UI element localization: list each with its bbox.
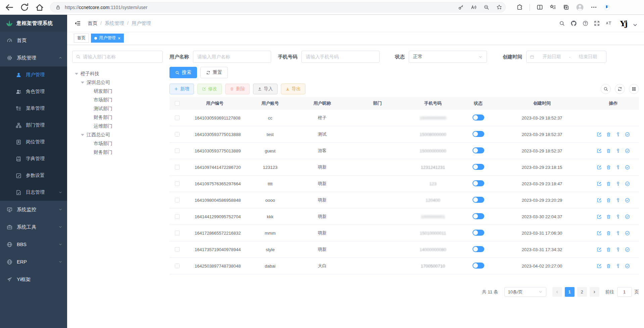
row-assign-role-icon[interactable] — [625, 198, 630, 203]
browser-back-icon[interactable] — [5, 3, 14, 12]
row-checkbox[interactable] — [175, 148, 180, 153]
sidebar-item-日志管理[interactable]: 日志管理 — [0, 184, 67, 201]
status-toggle[interactable] — [473, 213, 484, 219]
breadcrumb-system[interactable]: 系统管理 — [105, 20, 124, 27]
favorites-icon[interactable] — [550, 4, 556, 10]
row-reset-password-icon[interactable] — [615, 198, 621, 203]
page-size-select[interactable]: 10条/页 — [504, 287, 546, 297]
row-edit-icon[interactable] — [597, 132, 602, 137]
row-reset-password-icon[interactable] — [615, 165, 621, 170]
breadcrumb-home[interactable]: 首页 — [88, 20, 97, 27]
export-button[interactable]: 导出 — [281, 84, 305, 94]
extensions-icon[interactable] — [516, 4, 523, 10]
tree-node-研发部门[interactable]: 研发部门 — [72, 87, 163, 96]
tree-node-橙子科技[interactable]: 橙子科技 — [72, 69, 163, 78]
row-edit-icon[interactable] — [597, 231, 602, 236]
row-checkbox[interactable] — [175, 165, 180, 170]
sidebar-item-用户管理[interactable]: 用户管理 — [0, 66, 67, 83]
edit-button[interactable]: 修改 — [197, 84, 222, 94]
row-reset-password-icon[interactable] — [615, 247, 621, 252]
address-bar[interactable]: https://ccnetcore.com:1101/system/user — [50, 2, 506, 12]
row-delete-icon[interactable] — [606, 231, 611, 236]
tab-user-management[interactable]: 用户管理 × — [91, 34, 124, 43]
row-checkbox[interactable] — [175, 231, 180, 235]
username-input[interactable] — [197, 54, 267, 59]
sidebar-item-参数设置[interactable]: 参数设置 — [0, 167, 67, 184]
next-page-button[interactable]: › — [590, 287, 599, 297]
column-settings-button[interactable] — [629, 84, 639, 94]
bing-chat-icon[interactable] — [604, 4, 610, 10]
read-aloud-icon[interactable] — [471, 4, 477, 10]
add-button[interactable]: 新增 — [169, 84, 194, 94]
prev-page-button[interactable]: ‹ — [552, 287, 562, 297]
row-reset-password-icon[interactable] — [615, 231, 621, 236]
browser-refresh-icon[interactable] — [20, 3, 29, 12]
sidebar-item-岗位管理[interactable]: 岗位管理 — [0, 134, 67, 150]
lock-icon[interactable] — [55, 5, 61, 10]
toggle-search-button[interactable] — [601, 84, 611, 94]
sidebar-item-Yi框架[interactable]: Yi框架 — [0, 271, 67, 288]
avatar-caret-icon[interactable] — [632, 22, 638, 28]
sidebar-item-部门管理[interactable]: 部门管理 — [0, 117, 67, 134]
phone-input[interactable] — [306, 54, 375, 59]
row-edit-icon[interactable] — [597, 247, 602, 252]
search-button[interactable]: 搜索 — [169, 67, 197, 78]
page-button-1[interactable]: 1 — [565, 287, 575, 297]
sidebar-item-系统工具[interactable]: 系统工具 — [0, 218, 67, 236]
status-select[interactable]: 正常 — [409, 51, 487, 63]
row-assign-role-icon[interactable] — [625, 214, 630, 219]
status-toggle[interactable] — [473, 230, 484, 236]
row-delete-icon[interactable] — [606, 264, 611, 269]
import-button[interactable]: 导入 — [253, 84, 278, 94]
sidebar-item-角色管理[interactable]: 角色管理 — [0, 83, 67, 100]
status-toggle[interactable] — [473, 131, 484, 137]
row-checkbox[interactable] — [175, 247, 180, 252]
delete-button[interactable]: 删除 — [225, 84, 250, 94]
font-size-icon[interactable] — [605, 20, 612, 27]
sidebar-item-首页[interactable]: 首页 — [0, 32, 67, 49]
add-favorite-icon[interactable] — [496, 4, 502, 10]
zoom-out-icon[interactable] — [484, 4, 489, 10]
tree-node-财务部门[interactable]: 财务部门 — [72, 113, 163, 122]
goto-page-input[interactable] — [617, 289, 632, 294]
row-delete-icon[interactable] — [606, 214, 611, 219]
row-delete-icon[interactable] — [606, 165, 611, 170]
github-icon[interactable] — [571, 20, 577, 27]
status-toggle[interactable] — [473, 180, 484, 186]
row-assign-role-icon[interactable] — [625, 132, 630, 137]
browser-menu-icon[interactable] — [591, 4, 597, 10]
status-toggle[interactable] — [473, 114, 484, 121]
profile-avatar-icon[interactable] — [576, 3, 584, 11]
sidebar-item-字典管理[interactable]: 字典管理 — [0, 150, 67, 167]
row-checkbox[interactable] — [175, 264, 180, 268]
row-reset-password-icon[interactable] — [615, 181, 621, 186]
row-checkbox[interactable] — [175, 214, 180, 219]
row-checkbox[interactable] — [175, 198, 180, 202]
reset-button[interactable]: 重置 — [200, 67, 228, 78]
sidebar-item-ERP[interactable]: ERP — [0, 253, 67, 271]
tab-close-icon[interactable]: × — [118, 36, 120, 41]
row-edit-icon[interactable] — [597, 181, 602, 186]
tree-node-运维部门[interactable]: 运维部门 — [72, 122, 163, 131]
tree-expand-icon[interactable] — [81, 134, 84, 136]
row-delete-icon[interactable] — [606, 132, 611, 137]
tree-node-深圳总公司[interactable]: 深圳总公司 — [72, 78, 163, 87]
row-checkbox[interactable] — [175, 132, 180, 137]
row-delete-icon[interactable] — [606, 181, 611, 186]
user-avatar[interactable]: Yj — [618, 17, 629, 29]
row-reset-password-icon[interactable] — [615, 148, 621, 153]
tree-node-测试部门[interactable]: 测试部门 — [72, 104, 163, 113]
tree-expand-icon[interactable] — [75, 73, 78, 75]
tree-expand-icon[interactable] — [81, 82, 84, 84]
row-edit-icon[interactable] — [597, 165, 602, 170]
tab-home[interactable]: 首页 — [74, 34, 89, 43]
row-edit-icon[interactable] — [597, 264, 602, 269]
refresh-table-button[interactable] — [615, 84, 625, 94]
password-icon[interactable] — [458, 4, 464, 10]
dept-search-input[interactable] — [83, 54, 159, 59]
row-edit-icon[interactable] — [597, 214, 602, 219]
select-all-checkbox[interactable] — [175, 101, 180, 106]
page-button-2[interactable]: 2 — [577, 287, 587, 297]
row-assign-role-icon[interactable] — [625, 148, 630, 153]
tree-node-江西总公司[interactable]: 江西总公司 — [72, 131, 163, 139]
